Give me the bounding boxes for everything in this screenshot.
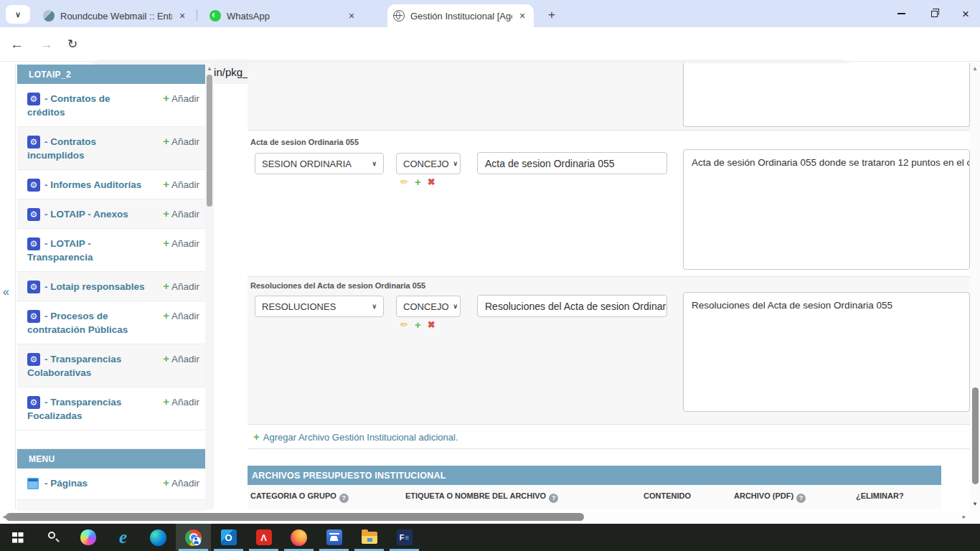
edit-pencil-icon[interactable]: ✏ [400,319,408,330]
start-button[interactable] [0,524,35,551]
sidebar-item-paginas[interactable]: - Páginas +Añadir [17,468,205,500]
chevron-down-icon: ∨ [15,10,21,19]
add-link[interactable]: +Añadir [163,178,199,190]
delete-x-icon[interactable]: ✖ [428,176,435,187]
scroll-down-icon[interactable]: ▼ [972,501,978,507]
taskbar-firefox-button[interactable] [281,524,316,551]
copilot-icon [80,529,96,545]
sidebar-item-label[interactable]: - Transparencias Focalizadas [27,397,121,421]
taskbar-edge-button[interactable] [141,524,176,551]
sidebar-item-label[interactable]: - Lotaip responsables [44,281,145,292]
add-link[interactable]: +Añadir [163,352,199,364]
close-tab-icon[interactable]: × [346,10,357,22]
help-icon[interactable]: ? [339,494,349,503]
add-link[interactable]: +Añadir [163,207,199,220]
column-header-categoria: CATEGORIA O GRUPO? [250,491,349,503]
taskbar-ie-button[interactable]: e [105,524,141,551]
column-header-etiqueta: ETIQUETA O NOMBRE DEL ARCHIVO? [405,491,558,503]
sidebar-item-lotaip-transparencia[interactable]: ⚙- LOTAIP - Transparencia +Añadir [17,229,205,272]
tab-roundcube[interactable]: Roundcube Webmail :: Entrada × [37,4,194,27]
horizontal-scrollbar-thumb[interactable] [6,513,584,521]
forward-button[interactable]: → [39,36,53,53]
taskbar-acrobat-button[interactable]: Λ [246,524,281,551]
gear-icon: ⚙ [27,353,40,366]
delete-x-icon[interactable]: ✖ [428,319,435,330]
scroll-up-icon[interactable]: ▲ [972,65,978,72]
add-plus-icon[interactable]: + [415,176,421,187]
window-close-button[interactable]: × [950,0,980,27]
taskbar-outlook-button[interactable]: O [211,524,246,551]
add-link[interactable]: +Añadir [163,395,199,408]
sidebar-collapse-icon[interactable]: « [3,286,9,298]
tab-title: Gestión Institucional [Agosto-2 [410,11,512,22]
close-tab-icon[interactable]: × [176,10,188,22]
sidebar-item-lotaip-anexos[interactable]: ⚙- LOTAIP - Anexos +Añadir [17,199,205,229]
add-link[interactable]: +Añadir [163,135,199,147]
table-header-row [248,485,941,509]
window-minimize-button[interactable] [885,0,917,27]
add-link[interactable]: +Añadir [163,309,199,321]
window-restore-button[interactable] [918,0,950,27]
row-action-icons: ✏ + ✖ [400,319,435,330]
taskbar-fapp-button[interactable]: F≡ [387,524,422,551]
sidebar-item-transparencias-colaborativas[interactable]: ⚙- Transparencias Colaborativas +Añadir [17,344,205,387]
close-tab-icon[interactable]: × [517,10,528,22]
scroll-right-icon[interactable]: ► [961,514,967,520]
content-textarea-partial[interactable] [683,63,970,127]
content-textarea[interactable]: Acta de sesión Ordinaria 055 donde se tr… [683,149,970,270]
add-file-row: +Agregar Archivo Gestión Institucional a… [248,425,970,449]
taskbar-explorer-button[interactable] [352,524,387,551]
back-button[interactable]: ← [10,36,24,53]
add-file-link[interactable]: +Agregar Archivo Gestión Institucional a… [253,430,458,443]
name-input[interactable]: Acta de sesion Ordinaria 055 [477,152,667,174]
sidebar-item-contratos-incumplidos[interactable]: ⚙- Contratos incumplidos +Añadir [17,127,205,170]
sidebar-section-header-lotaip2: LOTAIP_2 [17,65,205,84]
type-select[interactable]: SESION ORDINARIA∨ [255,153,384,174]
gear-icon: ⚙ [27,281,40,293]
add-link[interactable]: +Añadir [163,237,199,249]
vertical-scrollbar-thumb[interactable] [972,387,979,484]
sidebar-item-label[interactable]: - Páginas [44,478,88,489]
sidebar-scrollbar-thumb[interactable] [207,75,212,207]
sidebar-item-transparencias-focalizadas[interactable]: ⚙- Transparencias Focalizadas +Añadir [17,387,205,430]
sidebar-item-label[interactable]: - Transparencias Colaborativas [27,354,121,378]
type-select[interactable]: RESOLUCIONES∨ [255,296,384,317]
scroll-up-icon[interactable]: ▲ [207,65,212,72]
sidebar-item-label[interactable]: - LOTAIP - Anexos [44,209,128,220]
plus-icon: + [163,476,169,489]
content-textarea[interactable]: Resoluciones del Acta de sesion Ordinari… [683,292,970,412]
plus-icon: + [163,92,169,104]
reload-button[interactable]: ↻ [67,36,77,53]
sidebar-item-procesos-contratacion[interactable]: ⚙- Procesos de contratación Públicas +Añ… [17,301,205,344]
tab-search-button[interactable]: ∨ [6,5,30,24]
taskbar-copilot-button[interactable] [70,524,105,551]
add-link[interactable]: +Añadir [163,476,199,489]
restore-icon [931,11,938,17]
tab-whatsapp[interactable]: WhatsApp × [204,4,363,27]
sidebar-item-lotaip-responsables[interactable]: ⚙- Lotaip responsables +Añadir [17,272,205,301]
name-input[interactable]: Resoluciones del Acta de sesion Ordinari… [477,295,667,317]
firefox-icon [291,529,307,546]
taskbar-chrome-button[interactable] [176,524,211,551]
add-link[interactable]: +Añadir [163,92,199,104]
group-select[interactable]: CONCEJO∨ [396,153,461,174]
sidebar-item-label[interactable]: - Procesos de contratación Públicas [27,311,128,335]
plus-icon: + [163,352,169,364]
desktop-screen: ∨ Roundcube Webmail :: Entrada × WhatsAp… [0,0,980,551]
add-plus-icon[interactable]: + [415,319,421,330]
sidebar-item-informes-auditorias[interactable]: ⚙- Informes Auditorías +Añadir [17,170,205,199]
sidebar-item-contratos-creditos[interactable]: ⚙- Contratos de créditos +Añadir [17,84,205,127]
group-select[interactable]: CONCEJO∨ [396,296,461,317]
help-icon[interactable]: ? [796,494,806,503]
help-icon[interactable]: ? [549,494,558,503]
new-tab-button[interactable]: + [542,6,561,24]
add-link[interactable]: +Añadir [163,280,199,292]
scanner-icon [326,529,342,545]
profile-badge-icon [192,536,202,546]
edit-pencil-icon[interactable]: ✏ [400,176,408,187]
taskbar-scanner-button[interactable] [316,524,352,551]
browser-tab-bar: ∨ Roundcube Webmail :: Entrada × WhatsAp… [0,0,980,27]
sidebar-item-label[interactable]: - Informes Auditorías [44,179,141,190]
taskbar-search-button[interactable] [35,524,70,551]
tab-gestion-institucional-active[interactable]: Gestión Institucional [Agosto-2 × [387,4,534,27]
